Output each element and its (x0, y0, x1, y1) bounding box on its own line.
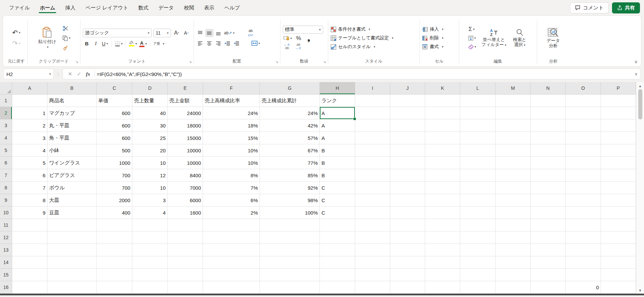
cell-M11[interactable] (496, 219, 531, 231)
cell-A6[interactable]: 5 (12, 157, 47, 169)
cell-C7[interactable]: 700 (97, 169, 132, 182)
cell-C2[interactable]: 600 (97, 107, 132, 119)
cell-J15[interactable] (390, 269, 425, 281)
cell-F2[interactable]: 24% (203, 107, 260, 119)
conditional-formatting-button[interactable]: 条件付き書式 ▾ (331, 26, 370, 32)
cell-A5[interactable]: 4 (12, 144, 47, 157)
scroll-down-icon[interactable]: ▼ (639, 287, 642, 294)
cell-P12[interactable] (601, 231, 636, 244)
cell-E2[interactable]: 24000 (168, 107, 203, 119)
cell-P8[interactable] (601, 182, 636, 194)
cell-E1[interactable]: 売上金額 (168, 95, 203, 107)
cell-C11[interactable] (97, 219, 132, 231)
cell-P2[interactable] (601, 107, 636, 119)
cell-I2[interactable] (355, 107, 390, 119)
cell-G10[interactable]: 100% (260, 207, 320, 219)
undo-button[interactable]: ↶▾ (12, 29, 20, 37)
cell-H11[interactable] (320, 219, 355, 231)
autosum-button[interactable]: Σ▾ (468, 26, 476, 33)
decrease-indent-button[interactable] (224, 39, 232, 47)
cell-F3[interactable]: 18% (203, 119, 260, 132)
cell-A14[interactable] (12, 256, 47, 269)
cell-D13[interactable] (132, 244, 168, 256)
cell-J12[interactable] (390, 231, 425, 244)
cell-A15[interactable] (12, 269, 47, 281)
menu-tab-data[interactable]: データ (154, 1, 179, 14)
cell-E3[interactable]: 18000 (168, 119, 203, 132)
cell-A11[interactable] (12, 219, 47, 231)
cell-I6[interactable] (355, 157, 390, 169)
wrap-text-button[interactable]: abc↩ (247, 29, 255, 37)
cell-K16[interactable] (425, 281, 460, 294)
bold-button[interactable]: B (83, 40, 91, 48)
cell-L14[interactable] (460, 256, 496, 269)
row-header-1[interactable]: 1 (0, 95, 12, 107)
cell-P14[interactable] (601, 256, 636, 269)
font-color-button[interactable]: A ▾ (139, 40, 148, 48)
cell-O16[interactable]: 0 (566, 281, 601, 294)
copy-button[interactable]: ▾ (62, 34, 71, 42)
cell-B2[interactable]: マグカップ (47, 107, 97, 119)
cell-D15[interactable] (132, 269, 168, 281)
cell-J8[interactable] (390, 182, 425, 194)
cell-H9[interactable]: C (320, 194, 355, 207)
cell-E10[interactable]: 1600 (168, 207, 203, 219)
formula-text[interactable]: =IF(G2<60%,"A",IF(G2<90%,"B","C")) (97, 71, 632, 77)
cell-O15[interactable] (566, 269, 601, 281)
row-header-13[interactable]: 13 (0, 244, 12, 256)
cell-D12[interactable] (132, 231, 168, 244)
cell-K13[interactable] (425, 244, 460, 256)
cell-A9[interactable]: 8 (12, 194, 47, 207)
cell-G15[interactable] (260, 269, 320, 281)
cell-A4[interactable]: 3 (12, 132, 47, 144)
dialog-launcher-icon[interactable]: ↘ (75, 60, 78, 64)
cell-F16[interactable] (203, 281, 260, 294)
cell-B13[interactable] (47, 244, 97, 256)
cell-M15[interactable] (496, 269, 531, 281)
cell-F9[interactable]: 6% (203, 194, 260, 207)
clear-button[interactable]: ▾ (468, 43, 477, 50)
cell-B6[interactable]: ワイングラス (47, 157, 97, 169)
cell-K12[interactable] (425, 231, 460, 244)
cell-A2[interactable]: 1 (12, 107, 47, 119)
cell-F5[interactable]: 10% (203, 144, 260, 157)
cell-B10[interactable]: 豆皿 (47, 207, 97, 219)
cell-P3[interactable] (601, 119, 636, 132)
cell-O3[interactable] (566, 119, 601, 132)
cell-C16[interactable] (97, 281, 132, 294)
cell-P4[interactable] (601, 132, 636, 144)
vertical-scrollbar[interactable]: ▲ ▼ (636, 82, 644, 294)
cell-K5[interactable] (425, 144, 460, 157)
underline-button[interactable]: U▾ (101, 40, 109, 48)
insert-cells-button[interactable]: 挿入 ▾ (422, 26, 444, 32)
cell-H2[interactable]: A (320, 107, 355, 119)
cell-J10[interactable] (390, 207, 425, 219)
cell-B9[interactable]: 大皿 (47, 194, 97, 207)
cell-I13[interactable] (355, 244, 390, 256)
cell-E5[interactable]: 10000 (168, 144, 203, 157)
cell-O1[interactable] (566, 95, 601, 107)
borders-button[interactable]: ▾ (114, 40, 124, 48)
cell-N7[interactable] (531, 169, 566, 182)
decrease-font-button[interactable]: A˅ (182, 29, 191, 37)
cell-E11[interactable] (168, 219, 203, 231)
cell-G14[interactable] (260, 256, 320, 269)
cell-J4[interactable] (390, 132, 425, 144)
cell-B15[interactable] (47, 269, 97, 281)
menu-tab-insert[interactable]: 挿入 (60, 1, 80, 14)
cell-C15[interactable] (97, 269, 132, 281)
cell-H15[interactable] (320, 269, 355, 281)
cell-M9[interactable] (496, 194, 531, 207)
cell-B11[interactable] (47, 219, 97, 231)
cell-J16[interactable] (390, 281, 425, 294)
italic-button[interactable]: I (92, 40, 100, 48)
decrease-decimal-button[interactable]: .00→.0 (294, 43, 302, 50)
column-header-J[interactable]: J (390, 82, 425, 95)
cell-O12[interactable] (566, 231, 601, 244)
menu-tab-page-layout[interactable]: ページ レイアウト (80, 1, 133, 14)
cell-O2[interactable] (566, 107, 601, 119)
redo-button[interactable]: ↷▾ (12, 39, 20, 47)
cell-N13[interactable] (531, 244, 566, 256)
cell-P7[interactable] (601, 169, 636, 182)
cell-D6[interactable]: 10 (132, 157, 168, 169)
